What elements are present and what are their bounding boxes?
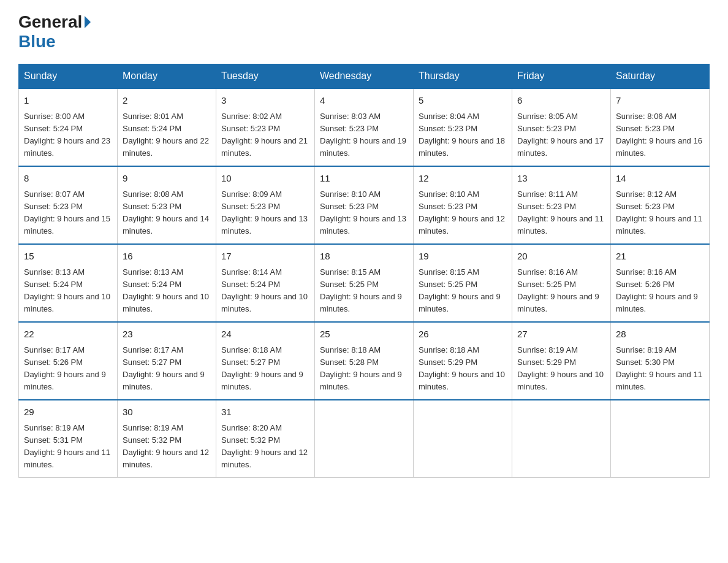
calendar-day: 22Sunrise: 8:17 AMSunset: 5:26 PMDayligh…: [19, 322, 118, 400]
calendar-day: [414, 400, 512, 478]
logo-general-text: General: [18, 12, 82, 32]
day-info: Sunrise: 8:06 AMSunset: 5:23 PMDaylight:…: [616, 112, 702, 158]
day-info: Sunrise: 8:15 AMSunset: 5:25 PMDaylight:…: [419, 267, 501, 313]
calendar-day: 2Sunrise: 8:01 AMSunset: 5:24 PMDaylight…: [118, 88, 216, 166]
day-info: Sunrise: 8:14 AMSunset: 5:24 PMDaylight:…: [221, 267, 308, 313]
calendar-table: SundayMondayTuesdayWednesdayThursdayFrid…: [18, 64, 710, 478]
calendar-week-5: 29Sunrise: 8:19 AMSunset: 5:31 PMDayligh…: [19, 400, 710, 478]
day-number: 25: [320, 327, 408, 342]
weekday-header-saturday: Saturday: [611, 64, 710, 89]
day-info: Sunrise: 8:13 AMSunset: 5:24 PMDaylight:…: [123, 267, 209, 313]
calendar-day: 20Sunrise: 8:16 AMSunset: 5:25 PMDayligh…: [512, 244, 611, 322]
calendar-day: [315, 400, 414, 478]
day-info: Sunrise: 8:05 AMSunset: 5:23 PMDaylight:…: [517, 112, 604, 158]
day-number: 2: [123, 94, 211, 108]
calendar-day: 17Sunrise: 8:14 AMSunset: 5:24 PMDayligh…: [216, 244, 315, 322]
day-info: Sunrise: 8:19 AMSunset: 5:31 PMDaylight:…: [24, 423, 110, 469]
logo: General Blue: [18, 12, 91, 52]
logo-triangle-icon: [85, 16, 91, 28]
day-info: Sunrise: 8:15 AMSunset: 5:25 PMDaylight:…: [320, 267, 402, 313]
calendar-day: 25Sunrise: 8:18 AMSunset: 5:28 PMDayligh…: [315, 322, 414, 400]
day-info: Sunrise: 8:10 AMSunset: 5:23 PMDaylight:…: [320, 190, 406, 236]
calendar-week-3: 15Sunrise: 8:13 AMSunset: 5:24 PMDayligh…: [19, 244, 710, 322]
day-info: Sunrise: 8:08 AMSunset: 5:23 PMDaylight:…: [123, 190, 209, 236]
weekday-header-wednesday: Wednesday: [315, 64, 414, 89]
calendar-day: 19Sunrise: 8:15 AMSunset: 5:25 PMDayligh…: [414, 244, 512, 322]
weekday-header-row: SundayMondayTuesdayWednesdayThursdayFrid…: [19, 64, 710, 89]
calendar-day: 13Sunrise: 8:11 AMSunset: 5:23 PMDayligh…: [512, 166, 611, 244]
weekday-header-thursday: Thursday: [414, 64, 512, 89]
calendar-day: [512, 400, 611, 478]
weekday-header-tuesday: Tuesday: [216, 64, 315, 89]
day-number: 23: [123, 327, 211, 342]
day-number: 17: [221, 250, 309, 264]
logo-blue-text: Blue: [18, 32, 56, 52]
day-number: 8: [24, 172, 112, 186]
calendar-day: 5Sunrise: 8:04 AMSunset: 5:23 PMDaylight…: [414, 88, 512, 166]
calendar-day: 3Sunrise: 8:02 AMSunset: 5:23 PMDaylight…: [216, 88, 315, 166]
calendar-day: 7Sunrise: 8:06 AMSunset: 5:23 PMDaylight…: [611, 88, 710, 166]
day-number: 7: [616, 94, 704, 108]
day-number: 16: [123, 250, 211, 264]
calendar-day: 24Sunrise: 8:18 AMSunset: 5:27 PMDayligh…: [216, 322, 315, 400]
calendar-day: 6Sunrise: 8:05 AMSunset: 5:23 PMDaylight…: [512, 88, 611, 166]
day-number: 26: [419, 327, 507, 342]
calendar-day: 29Sunrise: 8:19 AMSunset: 5:31 PMDayligh…: [19, 400, 118, 478]
day-number: 27: [517, 327, 605, 342]
day-info: Sunrise: 8:10 AMSunset: 5:23 PMDaylight:…: [419, 190, 505, 236]
day-number: 4: [320, 94, 408, 108]
calendar-day: 4Sunrise: 8:03 AMSunset: 5:23 PMDaylight…: [315, 88, 414, 166]
day-number: 5: [419, 94, 507, 108]
day-number: 20: [517, 250, 605, 264]
day-info: Sunrise: 8:20 AMSunset: 5:32 PMDaylight:…: [221, 423, 308, 469]
weekday-header-friday: Friday: [512, 64, 611, 89]
calendar-day: 9Sunrise: 8:08 AMSunset: 5:23 PMDaylight…: [118, 166, 216, 244]
day-info: Sunrise: 8:17 AMSunset: 5:27 PMDaylight:…: [123, 345, 205, 391]
calendar-day: 11Sunrise: 8:10 AMSunset: 5:23 PMDayligh…: [315, 166, 414, 244]
calendar-day: 23Sunrise: 8:17 AMSunset: 5:27 PMDayligh…: [118, 322, 216, 400]
day-info: Sunrise: 8:00 AMSunset: 5:24 PMDaylight:…: [24, 112, 110, 158]
day-number: 6: [517, 94, 605, 108]
day-info: Sunrise: 8:12 AMSunset: 5:23 PMDaylight:…: [616, 190, 702, 236]
day-info: Sunrise: 8:02 AMSunset: 5:23 PMDaylight:…: [221, 112, 308, 158]
day-info: Sunrise: 8:18 AMSunset: 5:29 PMDaylight:…: [419, 345, 505, 391]
day-number: 18: [320, 250, 408, 264]
day-info: Sunrise: 8:18 AMSunset: 5:27 PMDaylight:…: [221, 345, 303, 391]
day-info: Sunrise: 8:16 AMSunset: 5:26 PMDaylight:…: [616, 267, 698, 313]
day-info: Sunrise: 8:19 AMSunset: 5:29 PMDaylight:…: [517, 345, 604, 391]
calendar-day: 10Sunrise: 8:09 AMSunset: 5:23 PMDayligh…: [216, 166, 315, 244]
calendar-day: 26Sunrise: 8:18 AMSunset: 5:29 PMDayligh…: [414, 322, 512, 400]
calendar-day: 30Sunrise: 8:19 AMSunset: 5:32 PMDayligh…: [118, 400, 216, 478]
day-info: Sunrise: 8:11 AMSunset: 5:23 PMDaylight:…: [517, 190, 604, 236]
page-header: General Blue: [18, 12, 710, 52]
day-number: 19: [419, 250, 507, 264]
day-number: 30: [123, 405, 211, 419]
day-info: Sunrise: 8:16 AMSunset: 5:25 PMDaylight:…: [517, 267, 599, 313]
day-info: Sunrise: 8:18 AMSunset: 5:28 PMDaylight:…: [320, 345, 402, 391]
calendar-day: 14Sunrise: 8:12 AMSunset: 5:23 PMDayligh…: [611, 166, 710, 244]
day-number: 28: [616, 327, 704, 342]
day-number: 10: [221, 172, 309, 186]
calendar-week-2: 8Sunrise: 8:07 AMSunset: 5:23 PMDaylight…: [19, 166, 710, 244]
day-number: 3: [221, 94, 309, 108]
calendar-week-4: 22Sunrise: 8:17 AMSunset: 5:26 PMDayligh…: [19, 322, 710, 400]
day-number: 14: [616, 172, 704, 186]
day-number: 1: [24, 94, 112, 108]
day-info: Sunrise: 8:19 AMSunset: 5:32 PMDaylight:…: [123, 423, 209, 469]
day-number: 31: [221, 405, 309, 419]
day-info: Sunrise: 8:04 AMSunset: 5:23 PMDaylight:…: [419, 112, 505, 158]
day-info: Sunrise: 8:19 AMSunset: 5:30 PMDaylight:…: [616, 345, 702, 391]
calendar-day: 18Sunrise: 8:15 AMSunset: 5:25 PMDayligh…: [315, 244, 414, 322]
calendar-day: 16Sunrise: 8:13 AMSunset: 5:24 PMDayligh…: [118, 244, 216, 322]
calendar-day: 15Sunrise: 8:13 AMSunset: 5:24 PMDayligh…: [19, 244, 118, 322]
calendar-day: 1Sunrise: 8:00 AMSunset: 5:24 PMDaylight…: [19, 88, 118, 166]
day-info: Sunrise: 8:07 AMSunset: 5:23 PMDaylight:…: [24, 190, 110, 236]
day-number: 12: [419, 172, 507, 186]
day-number: 22: [24, 327, 112, 342]
day-info: Sunrise: 8:09 AMSunset: 5:23 PMDaylight:…: [221, 190, 308, 236]
day-number: 21: [616, 250, 704, 264]
calendar-day: 12Sunrise: 8:10 AMSunset: 5:23 PMDayligh…: [414, 166, 512, 244]
calendar-day: 27Sunrise: 8:19 AMSunset: 5:29 PMDayligh…: [512, 322, 611, 400]
day-info: Sunrise: 8:13 AMSunset: 5:24 PMDaylight:…: [24, 267, 110, 313]
calendar-day: [611, 400, 710, 478]
